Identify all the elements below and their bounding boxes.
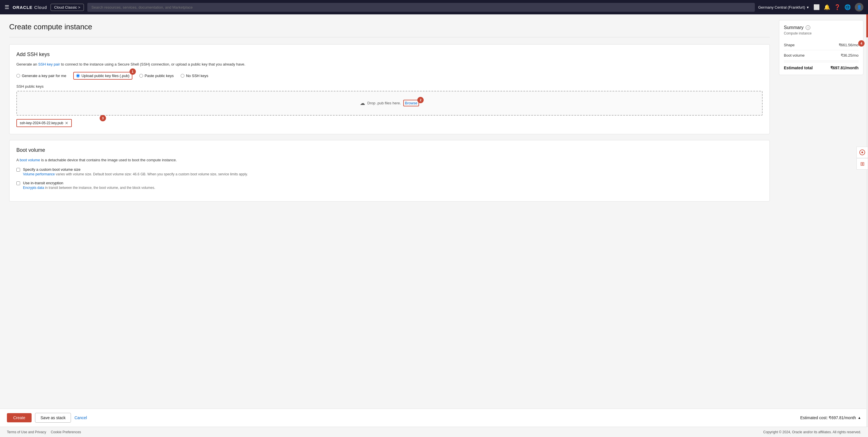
boot-volume-link[interactable]: boot volume <box>20 158 40 162</box>
oracle-text: ORACLE <box>13 5 32 10</box>
topnav-right: Germany Central (Frankfurt) ▾ ⬜ 🔔 ❓ 🌐 👤 <box>758 3 863 11</box>
summary-total-value: ₹697.81/month <box>830 65 859 70</box>
browse-link[interactable]: Browse <box>403 100 419 106</box>
user-avatar[interactable]: 👤 <box>855 3 863 11</box>
summary-shape-label: Shape <box>784 43 795 47</box>
step-1-badge: 1 <box>129 68 136 75</box>
estimated-cost-bar: Estimated cost: ₹697.81/month ▲ <box>800 415 861 420</box>
terminal-icon[interactable]: ⬜ <box>813 4 820 10</box>
page-title: Create compute instance <box>9 23 770 37</box>
ssh-radio-group: Generate a key pair for me Upload public… <box>17 72 763 80</box>
topright-panel: ⊞ <box>857 14 868 170</box>
radio-nossh[interactable] <box>181 74 184 78</box>
summary-boot-row: Boot volume ₹36.25/mo <box>784 50 859 61</box>
summary-card: Summary i Compute instance Shape ₹661.56… <box>779 20 863 75</box>
oracle-logo: ORACLE Cloud <box>13 5 47 10</box>
globe-icon[interactable]: 🌐 <box>844 4 851 10</box>
custom-boot-volume-item: Specify a custom boot volume size Volume… <box>17 167 763 176</box>
estimated-cost-text: Estimated cost: ₹697.81/month <box>800 415 856 420</box>
radio-upload-text: Upload public key files (.pub) <box>82 74 129 78</box>
in-transit-sub-text: Encrypts data in transit between the ins… <box>23 186 155 190</box>
custom-boot-volume-label: Specify a custom boot volume size <box>23 167 248 172</box>
cancel-link[interactable]: Cancel <box>74 415 87 420</box>
summary-sidebar: Summary i Compute instance Shape ₹661.56… <box>779 14 868 427</box>
summary-boot-value: ₹36.25/mo <box>841 53 859 58</box>
radio-paste[interactable] <box>139 74 143 78</box>
summary-shape-row: Shape ₹661.56/mo <box>784 40 859 50</box>
ssh-key-pair-link[interactable]: SSH key pair <box>38 62 60 66</box>
drop-text: Drop .pub files here. <box>367 101 401 105</box>
main-content: Create compute instance Add SSH keys Gen… <box>0 14 779 427</box>
radio-paste-text: Paste public keys <box>145 74 174 78</box>
menu-icon[interactable]: ☰ <box>5 4 9 10</box>
upload-cloud-icon: ☁ <box>360 100 365 106</box>
in-transit-content: Use in-transit encryption Encrypts data … <box>23 181 155 190</box>
cost-chevron-icon[interactable]: ▲ <box>858 416 861 420</box>
radio-generate[interactable] <box>17 74 20 78</box>
file-name: ssh-key-2024-05-22.key.pub <box>20 121 63 125</box>
summary-total: Estimated total ₹697.81/month <box>784 62 859 70</box>
create-button[interactable]: Create <box>7 413 32 423</box>
svg-point-1 <box>861 151 863 153</box>
custom-boot-sub-text: Volume performance varies with volume si… <box>23 172 248 176</box>
ssh-description: Generate an SSH key pair to connect to t… <box>17 61 763 67</box>
in-transit-encryption-item: Use in-transit encryption Encrypts data … <box>17 181 763 190</box>
radio-upload[interactable] <box>76 74 80 78</box>
cloud-classic-button[interactable]: Cloud Classic > <box>51 4 84 11</box>
bottom-bar: Create Save as stack Cancel Estimated co… <box>0 409 868 427</box>
boot-description: A boot volume is a detachable device tha… <box>17 157 763 163</box>
summary-boot-label: Boot volume <box>784 53 805 58</box>
drop-zone-inner: ☁ Drop .pub files here. Browse 2 <box>26 100 753 106</box>
summary-title: Summary <box>784 25 803 30</box>
top-navigation: ☰ ORACLE Cloud Cloud Classic > Germany C… <box>0 0 868 14</box>
file-tag: ssh-key-2024-05-22.key.pub ✕ <box>17 119 72 127</box>
step-2-badge: 2 <box>417 97 424 103</box>
radio-nossh-label[interactable]: No SSH keys <box>181 74 208 78</box>
region-selector[interactable]: Germany Central (Frankfurt) ▾ <box>758 5 809 9</box>
ssh-field-label: SSH public keys <box>17 84 763 89</box>
in-transit-encryption-checkbox[interactable] <box>17 181 20 185</box>
custom-boot-volume-content: Specify a custom boot volume size Volume… <box>23 167 248 176</box>
search-input[interactable] <box>87 3 755 12</box>
summary-total-label: Estimated total <box>784 65 812 70</box>
file-remove-icon[interactable]: ✕ <box>65 121 68 125</box>
drop-zone[interactable]: ☁ Drop .pub files here. Browse 2 <box>17 91 763 116</box>
volume-performance-link[interactable]: Volume performance <box>23 172 55 176</box>
boot-volume-section: Boot volume A boot volume is a detachabl… <box>9 140 770 202</box>
cloud-text: Cloud <box>34 5 47 10</box>
summary-info-icon[interactable]: i <box>806 25 810 30</box>
layout-icon[interactable] <box>857 147 868 158</box>
grid-icon[interactable]: ⊞ <box>857 158 868 170</box>
encrypts-data-link[interactable]: Encrypts data <box>23 186 44 190</box>
bell-icon[interactable]: 🔔 <box>824 4 830 10</box>
step-3-badge: 3 <box>100 115 106 121</box>
summary-shape-value: ₹661.56/mo <box>839 43 859 47</box>
ssh-section-title: Add SSH keys <box>17 52 763 58</box>
radio-generate-label[interactable]: Generate a key pair for me <box>17 74 66 78</box>
topnav-icons: ⬜ 🔔 ❓ 🌐 👤 <box>813 3 863 11</box>
radio-paste-label[interactable]: Paste public keys <box>139 74 174 78</box>
help-icon[interactable]: ❓ <box>834 4 840 10</box>
boot-section-title: Boot volume <box>17 147 763 153</box>
ssh-keys-section: Add SSH keys Generate an SSH key pair to… <box>9 44 770 134</box>
radio-generate-text: Generate a key pair for me <box>22 74 66 78</box>
radio-nossh-text: No SSH keys <box>186 74 208 78</box>
custom-boot-volume-checkbox[interactable] <box>17 168 20 172</box>
summary-header: Summary i <box>784 25 859 30</box>
radio-upload-label[interactable]: Upload public key files (.pub) 1 <box>73 72 132 80</box>
summary-subheader: Compute instance <box>784 31 859 35</box>
in-transit-label: Use in-transit encryption <box>23 181 155 185</box>
file-tag-container: ssh-key-2024-05-22.key.pub ✕ 3 <box>17 119 763 127</box>
save-stack-button[interactable]: Save as stack <box>35 413 71 423</box>
